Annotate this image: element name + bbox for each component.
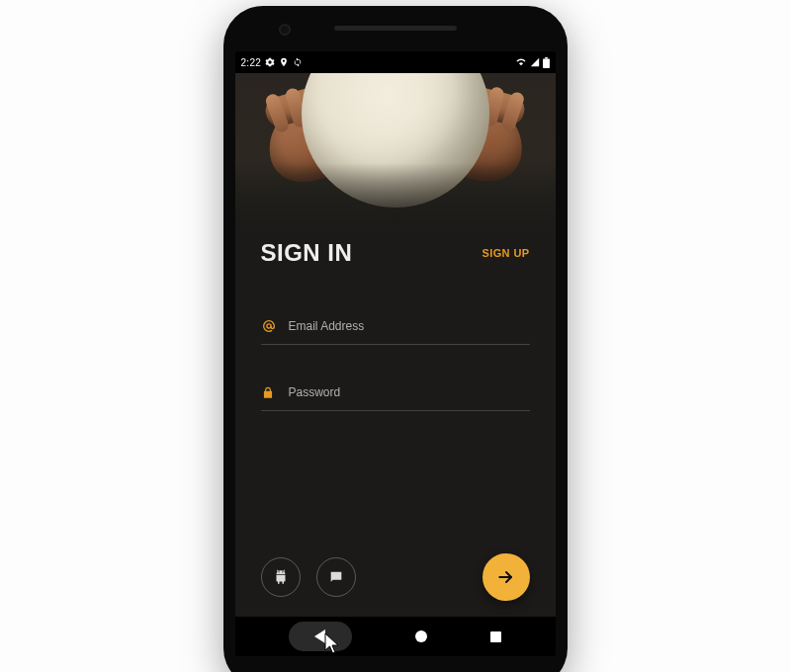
email-input[interactable]	[289, 319, 528, 333]
page-title: SIGN IN	[261, 239, 353, 267]
password-field-row[interactable]	[261, 375, 530, 411]
status-time: 2:22	[241, 57, 262, 68]
signal-icon	[530, 57, 540, 67]
lock-icon	[261, 384, 277, 400]
phone-speaker	[334, 26, 457, 31]
nav-home-button[interactable]	[415, 630, 427, 642]
chat-icon	[328, 569, 344, 585]
svg-rect-1	[545, 57, 548, 58]
screen: 2:22	[235, 51, 556, 656]
phone-bezel-top	[223, 6, 568, 49]
chat-login-button[interactable]	[316, 557, 356, 597]
nav-back-button[interactable]	[289, 622, 352, 651]
signin-panel: SIGN IN SIGN UP	[235, 231, 556, 617]
at-icon	[261, 318, 277, 334]
arrow-right-icon	[496, 567, 516, 587]
signup-link[interactable]: SIGN UP	[482, 247, 529, 259]
phone-camera	[279, 24, 291, 36]
battery-icon	[543, 57, 550, 68]
phone-mockup: 2:22	[223, 6, 568, 672]
android-icon	[272, 568, 290, 586]
submit-fab[interactable]	[483, 553, 530, 601]
location-icon	[279, 57, 289, 67]
hero-image	[235, 73, 556, 231]
android-login-button[interactable]	[261, 557, 301, 597]
back-triangle-icon	[314, 630, 325, 643]
email-field-row[interactable]	[261, 308, 530, 345]
svg-rect-0	[543, 58, 550, 68]
android-navbar	[235, 617, 556, 656]
wifi-icon	[515, 57, 527, 67]
status-bar: 2:22	[235, 51, 556, 73]
password-input[interactable]	[289, 385, 528, 399]
settings-icon	[265, 57, 275, 67]
nav-recents-button[interactable]	[490, 631, 501, 642]
sync-icon	[293, 57, 303, 67]
